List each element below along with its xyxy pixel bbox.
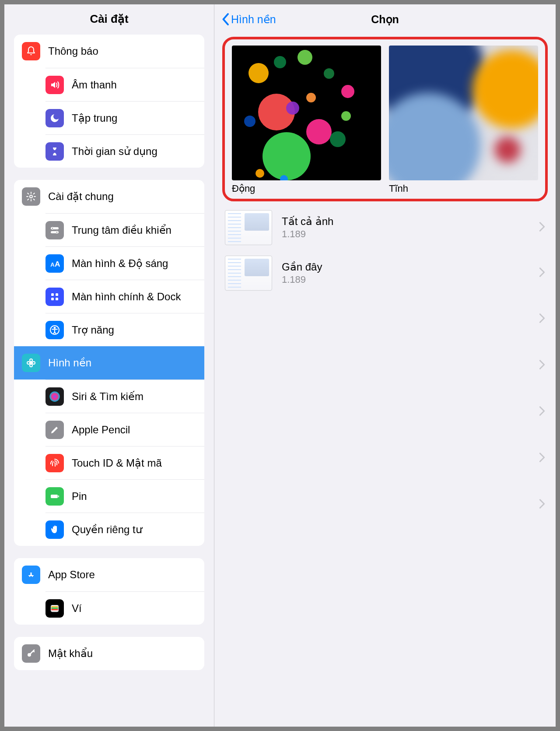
dynamic-thumbnail: [232, 46, 381, 180]
svg-point-17: [32, 362, 35, 364]
list-row-placeholder[interactable]: [214, 389, 556, 435]
chevron-right-icon: [539, 406, 545, 418]
grid-icon: [46, 288, 64, 306]
svg-text:A: A: [50, 261, 55, 267]
sidebar-item-label: Thời gian sử dụng: [72, 145, 158, 158]
album-count: 1.189: [282, 228, 539, 240]
sidebar-item-label: Quyền riêng tư: [72, 524, 142, 536]
sidebar-item-siri[interactable]: Siri & Tìm kiếm: [46, 380, 204, 413]
sidebar-item-controlcenter[interactable]: Trung tâm điều khiển: [46, 213, 204, 246]
svg-point-16: [27, 362, 30, 364]
sidebar-group: Cài đặt chungTrung tâm điều khiểnAAMàn h…: [14, 180, 204, 546]
key-icon: [22, 644, 40, 663]
sidebar-item-label: Ví: [72, 602, 82, 615]
appstore-icon: [22, 566, 40, 584]
svg-rect-25: [51, 609, 58, 610]
album-row-all[interactable]: Tất cả ảnh1.189: [214, 205, 556, 250]
moon-icon: [46, 109, 64, 127]
gear-icon: [22, 187, 40, 206]
album-thumbnail: [225, 256, 272, 291]
list-row-placeholder[interactable]: [214, 296, 556, 342]
flower-icon: [22, 354, 40, 372]
static-label: Tĩnh: [389, 183, 538, 194]
sidebar-item-sound[interactable]: Âm thanh: [46, 68, 204, 101]
sidebar-item-label: Màn hình & Độ sáng: [72, 257, 168, 270]
dynamic-label: Động: [232, 183, 381, 194]
bell-icon: [22, 42, 40, 60]
sidebar-item-label: Siri & Tìm kiếm: [72, 390, 144, 403]
sidebar-item-general[interactable]: Cài đặt chung: [14, 180, 204, 213]
sidebar-item-label: Touch ID & Mật mã: [72, 457, 162, 469]
sidebar-item-battery[interactable]: Pin: [46, 479, 204, 513]
svg-point-0: [30, 195, 32, 198]
detail-title: Chọn: [371, 13, 399, 26]
accessibility-icon: [46, 321, 64, 339]
chevron-right-icon: [539, 499, 545, 511]
aa-icon: AA: [46, 254, 64, 273]
svg-point-15: [30, 364, 32, 367]
album-info: Gần đây1.189: [282, 261, 539, 285]
sidebar-item-label: Trung tâm điều khiển: [72, 224, 172, 236]
chevron-right-icon: [539, 267, 545, 279]
svg-rect-23: [51, 606, 58, 607]
chevron-right-icon: [539, 359, 545, 372]
svg-rect-24: [51, 607, 58, 608]
sidebar-item-homescreen[interactable]: Màn hình chính & Dock: [46, 280, 204, 313]
static-thumbnail: [389, 46, 538, 180]
wallpaper-type-highlight: Động Tĩnh: [222, 37, 548, 201]
sidebar-item-accessibility[interactable]: Trợ năng: [46, 313, 204, 346]
settings-sidebar: Cài đặt Thông báoÂm thanhTập trungThời g…: [4, 4, 214, 727]
sidebar-item-label: Màn hình chính & Dock: [72, 291, 181, 303]
sidebar-group: Mật khẩu: [14, 637, 204, 670]
hourglass-icon: [46, 142, 64, 161]
svg-rect-19: [51, 495, 58, 498]
album-count: 1.189: [282, 274, 539, 285]
wallpaper-detail-pane: Hình nền Chọn: [214, 4, 556, 727]
svg-rect-7: [51, 293, 54, 296]
hand-icon: [46, 520, 64, 539]
svg-text:A: A: [55, 259, 60, 268]
sidebar-item-label: Apple Pencil: [72, 424, 130, 436]
sidebar-item-label: Mật khẩu: [48, 647, 93, 660]
list-row-placeholder[interactable]: [214, 435, 556, 481]
album-title: Gần đây: [282, 261, 539, 273]
sidebar-item-notifications[interactable]: Thông báo: [14, 35, 204, 68]
back-button[interactable]: Hình nền: [221, 13, 276, 26]
fingerprint-icon: [46, 454, 64, 472]
svg-rect-8: [56, 293, 58, 296]
chevron-right-icon: [539, 313, 545, 325]
preview-static[interactable]: Tĩnh: [389, 46, 538, 194]
speaker-icon: [46, 76, 64, 94]
preview-dynamic[interactable]: Động: [232, 46, 381, 194]
sidebar-item-display[interactable]: AAMàn hình & Độ sáng: [46, 246, 204, 280]
album-row-recent[interactable]: Gần đây1.189: [214, 250, 556, 296]
chevron-right-icon: [539, 452, 545, 464]
sidebar-item-wallpaper[interactable]: Hình nền: [14, 346, 204, 380]
album-thumbnail: [225, 210, 272, 245]
sidebar-item-focus[interactable]: Tập trung: [46, 101, 204, 134]
siri-icon: [46, 387, 64, 406]
sidebar-item-label: Âm thanh: [72, 79, 117, 91]
sidebar-title: Cài đặt: [4, 4, 214, 35]
sidebar-group: Thông báoÂm thanhTập trungThời gian sử d…: [14, 35, 204, 168]
sidebar-item-pencil[interactable]: Apple Pencil: [46, 413, 204, 446]
svg-point-14: [30, 359, 32, 362]
sidebar-item-passwords[interactable]: Mật khẩu: [14, 637, 204, 670]
chevron-right-icon: [539, 221, 545, 234]
sidebar-item-screentime[interactable]: Thời gian sử dụng: [46, 134, 204, 168]
list-row-placeholder[interactable]: [214, 342, 556, 389]
sidebar-item-privacy[interactable]: Quyền riêng tư: [46, 513, 204, 546]
pencil-icon: [46, 421, 64, 439]
album-title: Tất cả ảnh: [282, 215, 539, 228]
svg-point-2: [52, 227, 53, 229]
sidebar-item-wallet[interactable]: Ví: [46, 591, 204, 625]
svg-point-12: [54, 327, 56, 328]
wallet-icon: [46, 599, 64, 618]
list-row-placeholder[interactable]: [214, 481, 556, 528]
svg-rect-20: [58, 496, 59, 497]
sidebar-item-label: Cài đặt chung: [48, 190, 114, 203]
sidebar-item-appstore[interactable]: App Store: [14, 558, 204, 591]
sidebar-item-touchid[interactable]: Touch ID & Mật mã: [46, 446, 204, 479]
sidebar-item-label: Tập trung: [72, 112, 117, 124]
svg-point-18: [49, 391, 60, 401]
